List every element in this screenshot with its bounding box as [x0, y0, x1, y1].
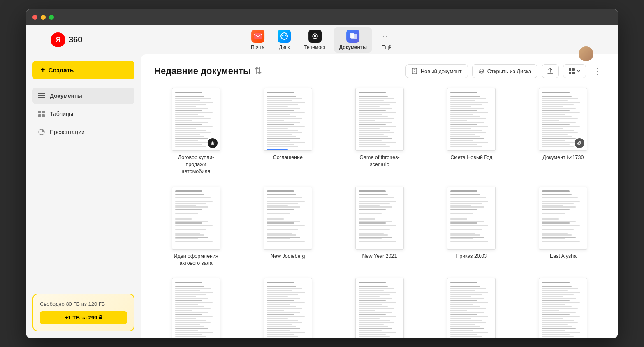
sidebar-presentations-label: Презентации [50, 129, 85, 135]
create-label: Создать [49, 67, 74, 74]
main-content: Недавние документы ⇅ Новый документ [141, 54, 618, 338]
svg-rect-5 [351, 34, 357, 39]
chevron-down-icon [577, 69, 581, 73]
doc-card[interactable]: New Year 2021 [338, 187, 421, 267]
header-actions: Новый документ Открыть из Диска [405, 64, 605, 78]
svg-rect-12 [42, 114, 45, 117]
doc-card[interactable]: Договор купли-продажи автомобиля [154, 88, 238, 175]
docs-icon [349, 32, 357, 40]
sort-icon[interactable]: ⇅ [254, 66, 262, 76]
svg-rect-20 [569, 72, 571, 74]
svg-rect-9 [38, 111, 41, 113]
doc-name: East Alysha [550, 253, 577, 260]
documents-grid: Договор купли-продажи автомобиляСоглашен… [154, 88, 605, 338]
sidebar-tables-label: Таблицы [50, 111, 73, 117]
doc-card[interactable]: New Jodieberg [246, 187, 329, 267]
maximize-button[interactable] [49, 15, 54, 20]
doc-card[interactable]: Game of thrones-scenario [338, 88, 421, 175]
ya-icon: Я [51, 32, 65, 47]
svg-rect-10 [42, 111, 45, 113]
sidebar-docs-label: Документы [50, 93, 82, 99]
sidebar-item-presentations[interactable]: Презентации [32, 124, 134, 140]
svg-rect-6 [38, 93, 45, 94]
svg-rect-8 [38, 97, 45, 98]
nav-label-docs: Документы [339, 44, 366, 50]
svg-rect-7 [38, 95, 45, 96]
app-logo: Я 360 [51, 32, 82, 47]
doc-name: Договор купли-продажи автомобиля [172, 154, 220, 175]
create-button[interactable]: + Создать [32, 61, 134, 79]
svg-rect-11 [38, 114, 41, 117]
pie-icon [37, 128, 46, 136]
nav-label-mail: Почта [251, 44, 264, 50]
more-options-button[interactable]: ⋮ [590, 65, 605, 78]
doc-card[interactable]: Документ №1730 [521, 88, 605, 175]
sidebar-item-tables[interactable]: Таблицы [32, 106, 134, 122]
doc-name: Приказ 20.03 [456, 253, 487, 260]
content-header: Недавние документы ⇅ Новый документ [154, 64, 605, 78]
doc-card[interactable]: Theochester [338, 278, 421, 338]
table-icon [37, 110, 46, 118]
doc-card[interactable]: West Ryann [521, 278, 605, 338]
doc-name: New Jodieberg [271, 253, 305, 260]
upload-button[interactable] [542, 64, 559, 78]
new-doc-button[interactable]: Новый документ [405, 64, 468, 78]
open-disk-icon [478, 68, 485, 74]
nav-item-docs[interactable]: Документы [334, 27, 371, 53]
doc-name: Game of thrones-scenario [355, 154, 404, 168]
grid-view-icon [568, 68, 575, 74]
app-title: 360 [69, 35, 82, 44]
storage-free-text: Свободно 80 ГБ из 120 ГБ [40, 301, 127, 307]
storage-box: Свободно 80 ГБ из 120 ГБ +1 ТБ за 299 ₽ [32, 294, 134, 331]
svg-point-3 [314, 35, 316, 37]
mail-icon [254, 33, 262, 39]
doc-card[interactable]: Lorenzachester [154, 278, 238, 338]
user-avatar[interactable] [579, 46, 593, 61]
minimize-button[interactable] [41, 15, 46, 20]
nav-item-mail[interactable]: Почта [246, 27, 269, 53]
doc-card[interactable]: Идеи оформления актового зала [154, 187, 238, 267]
doc-name: New Year 2021 [362, 253, 397, 260]
disk-icon [280, 32, 288, 40]
doc-card[interactable]: Соглашение [246, 88, 329, 175]
close-button[interactable] [32, 15, 37, 20]
svg-rect-21 [572, 72, 575, 74]
nav-item-disk[interactable]: Диск [273, 27, 296, 53]
sidebar-navigation: Документы Таблицы [32, 88, 134, 140]
telemost-icon [311, 33, 319, 39]
nav-label-disk: Диск [279, 44, 290, 50]
page-title: Недавние документы ⇅ [154, 66, 262, 76]
doc-name: Идеи оформления актового зала [172, 253, 220, 267]
svg-rect-18 [569, 68, 571, 71]
svg-line-22 [579, 142, 580, 143]
open-from-disk-button[interactable]: Открыть из Диска [472, 64, 537, 78]
plus-icon: + [41, 66, 45, 74]
nav-item-more[interactable]: ··· Ещё [375, 27, 398, 53]
doc-card[interactable]: Port Montanafort [246, 278, 329, 338]
doc-card[interactable]: Ceceliaview [430, 278, 513, 338]
upload-icon [547, 68, 554, 74]
sidebar-item-docs[interactable]: Документы [32, 88, 134, 104]
doc-name: Документ №1730 [542, 154, 584, 161]
view-toggle-button[interactable] [563, 64, 586, 78]
doc-card[interactable]: East Alysha [521, 187, 605, 267]
new-doc-icon [412, 68, 418, 74]
storage-upgrade-button[interactable]: +1 ТБ за 299 ₽ [40, 311, 127, 324]
nav-item-telemost[interactable]: Телемост [299, 27, 331, 53]
svg-rect-0 [254, 33, 262, 39]
doc-name: Смета Новый Год [450, 154, 492, 161]
doc-card[interactable]: Смета Новый Год [430, 88, 513, 175]
svg-rect-19 [572, 68, 575, 71]
sidebar: + Создать Документы [26, 54, 141, 338]
nav-label-more: Ещё [382, 44, 392, 50]
doc-name: Соглашение [273, 154, 303, 161]
list-icon [37, 92, 46, 100]
more-dots-icon: ··· [380, 30, 393, 43]
doc-card[interactable]: Приказ 20.03 [430, 187, 513, 267]
nav-label-telemost: Телемост [304, 44, 326, 50]
